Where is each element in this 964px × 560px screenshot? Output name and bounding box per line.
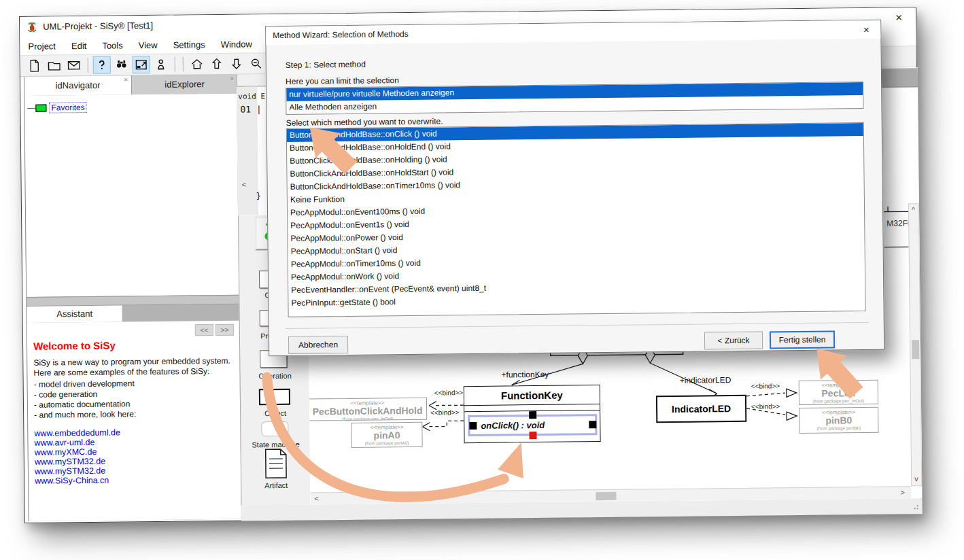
step-label: Step 1: Select method — [286, 60, 366, 70]
bind-label: <<bind>> — [430, 408, 459, 416]
palette-artifact-icon[interactable] — [264, 448, 288, 479]
tab-idexplorer[interactable]: idExplorer × — [131, 75, 237, 95]
code-editor: void E 01 | < } — [237, 86, 269, 215]
help-icon[interactable] — [93, 56, 111, 74]
tab-idnavigator[interactable]: idNavigator × — [24, 75, 131, 96]
palette-object-icon[interactable] — [259, 389, 290, 405]
selection-handle[interactable] — [529, 411, 536, 419]
window-close-icon[interactable]: × — [886, 9, 912, 27]
tree-branch-line — [27, 107, 35, 108]
diagram-window-icon[interactable] — [133, 56, 150, 73]
horizontal-scroll-thumb[interactable] — [596, 492, 616, 500]
code-line: void E — [238, 92, 265, 101]
selection-handle-red[interactable] — [529, 432, 536, 439]
menu-item[interactable]: Project — [28, 41, 56, 51]
app-window: UML-Projekt - SiSy® [Test1] × ProjectEdi… — [19, 7, 922, 523]
assistant-feature: - and much more, look here: — [34, 409, 136, 421]
bind-label: <<bind>> — [434, 389, 463, 396]
template-pina0[interactable]: <<template>> pinA0 (from package portA0) — [351, 422, 422, 448]
assistant-tabbar: Assistant — [27, 304, 239, 323]
assistant-back-button[interactable]: << — [195, 324, 213, 336]
limit-label: Here you can limit the selection — [286, 75, 399, 86]
open-folder-icon[interactable] — [46, 56, 63, 74]
selection-handle[interactable] — [469, 422, 477, 430]
tree-item-label: Favorites — [49, 102, 87, 113]
assistant-feature: - code generation — [34, 389, 136, 400]
assistant-link[interactable]: www.avr-uml.de — [35, 437, 121, 447]
menu-item[interactable]: Tools — [102, 40, 123, 50]
menu-item[interactable]: Window — [221, 39, 252, 49]
assistant-link[interactable]: www.mySTM32.de — [35, 456, 121, 466]
back-button[interactable]: < Zurück — [704, 332, 763, 350]
dialog-close-icon[interactable]: × — [857, 22, 875, 37]
sisy-logo-icon — [26, 21, 38, 33]
dialog-title: Method Wizard: Selection of Methods — [273, 29, 409, 40]
selection-handle[interactable] — [589, 421, 596, 428]
navigate-down-icon[interactable] — [228, 55, 245, 73]
tab-label: idExplorer — [165, 79, 205, 90]
person-icon[interactable] — [152, 56, 170, 73]
resize-grip[interactable] — [913, 504, 918, 509]
package-label: (from package portB0) — [799, 425, 878, 432]
bind-label: <<bind>> — [751, 382, 780, 389]
scroll-up-icon[interactable]: ^ — [912, 205, 915, 213]
assistant-link[interactable]: www.mySTM32.de — [35, 466, 121, 476]
vertical-scrollbar[interactable]: ^ v — [908, 203, 922, 486]
method-listbox[interactable]: ButtonClickAndHoldBase::onClick () voidB… — [286, 122, 866, 317]
tab-close-icon[interactable]: × — [230, 75, 234, 82]
operation-onclick[interactable]: onClick() : void — [481, 420, 545, 431]
tab-label: idNavigator — [56, 80, 101, 91]
mail-icon[interactable] — [65, 56, 83, 74]
left-panel: idNavigator × idExplorer × Favorites Ass… — [24, 75, 241, 521]
tree-item-favorites[interactable]: Favorites — [27, 102, 87, 113]
new-document-icon[interactable] — [26, 57, 44, 75]
assistant-link[interactable]: www.SiSy-China.cn — [35, 475, 121, 485]
palette-item-artifact[interactable]: Artifact — [241, 481, 311, 490]
finish-button[interactable]: Fertig stellen — [770, 330, 835, 349]
toolbar-separator — [88, 58, 88, 73]
menu-item[interactable]: Settings — [173, 39, 205, 50]
editor-scroll-left-icon[interactable]: < — [242, 181, 247, 189]
assistant-links: www.embeddeduml.dewww.avr-uml.dewww.myXM… — [34, 427, 120, 485]
dialog-separator — [286, 322, 869, 329]
page: UML-Projekt - SiSy® [Test1] × ProjectEdi… — [0, 0, 964, 560]
class-indicatorled[interactable]: IndicatorLED — [656, 395, 746, 423]
select-label: Select which method you want to overwrit… — [286, 116, 443, 127]
line-number: 01 | — [240, 104, 261, 114]
assistant-forward-button[interactable]: >> — [216, 324, 234, 336]
zoom-out-icon[interactable] — [247, 54, 265, 72]
class-name: IndicatorLED — [657, 396, 745, 421]
menu-item[interactable]: Edit — [71, 40, 87, 50]
menu-item[interactable]: View — [139, 39, 158, 50]
project-tree: Favorites — [24, 94, 239, 297]
class-functionkey[interactable]: FunctionKey onClick() : void — [464, 385, 601, 443]
assistant-features: - model driven development- code generat… — [34, 379, 137, 421]
assistant-link[interactable]: www.myXMC.de — [35, 447, 121, 457]
assistant-intro: SiSy is a new way to program your embedd… — [33, 356, 234, 379]
search-icon[interactable] — [113, 56, 131, 73]
template-name: pinB0 — [799, 415, 878, 426]
assistant-link[interactable]: www.embeddeduml.de — [34, 427, 120, 438]
package-label: (from package pec_InOut) — [799, 398, 878, 404]
tab-close-icon[interactable]: × — [124, 76, 128, 83]
home-icon[interactable] — [188, 55, 206, 73]
template-pecbuttonclickandhold[interactable]: <<template>> PecButtonClickAndHold (from… — [308, 398, 427, 421]
filter-listbox[interactable]: nur virtuelle/pure virtuelle Methoden an… — [286, 82, 863, 115]
template-pinb0[interactable]: <<template>> pinB0 (from package portB0) — [799, 407, 878, 434]
assistant-panel: << >> Welcome to SiSy SiSy is a new way … — [27, 321, 241, 521]
tab-assistant[interactable]: Assistant — [27, 305, 122, 322]
class-name: FunctionKey — [464, 385, 600, 406]
cancel-button[interactable]: Abbrechen — [288, 336, 348, 354]
role-functionkey: +functionKey — [501, 370, 549, 380]
vertical-scroll-thumb[interactable] — [912, 340, 919, 359]
toolbar-separator — [183, 56, 184, 71]
navigate-up-icon[interactable] — [208, 55, 226, 73]
palette-state-machine-icon[interactable] — [261, 421, 288, 436]
palette-item-object[interactable]: Object — [241, 409, 310, 418]
template-name: pinA0 — [351, 430, 421, 441]
scroll-left-icon[interactable]: < — [314, 494, 319, 502]
palette-item-operation[interactable]: Operation — [241, 372, 310, 381]
scroll-right-icon[interactable]: > — [900, 488, 905, 496]
scroll-down-icon[interactable]: v — [914, 474, 918, 483]
template-pecled[interactable]: <<template>> PecLed (from package pec_In… — [799, 380, 878, 405]
